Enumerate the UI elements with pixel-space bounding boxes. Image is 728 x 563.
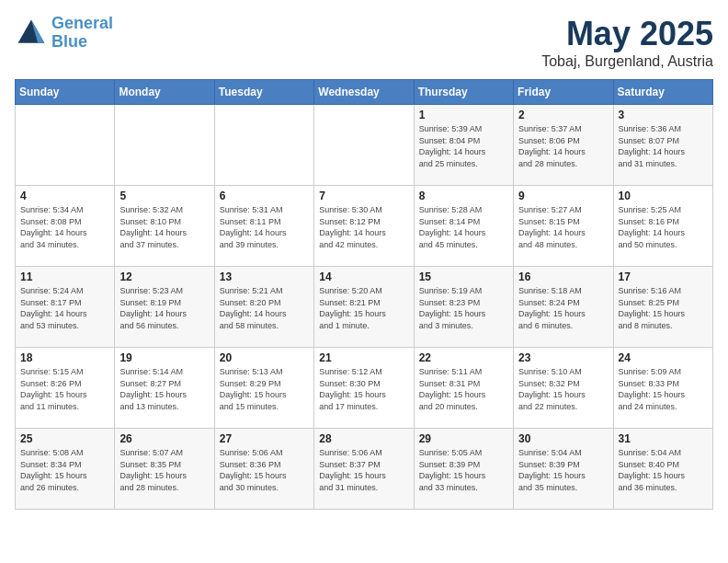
day-number: 16 [518,270,608,283]
logo-text: General Blue [51,15,113,52]
day-info: Sunrise: 5:06 AM Sunset: 8:36 PM Dayligh… [220,447,309,493]
weekday-header-wednesday: Wednesday [314,80,414,105]
calendar-cell: 31Sunrise: 5:04 AM Sunset: 8:40 PM Dayli… [613,429,712,510]
day-number: 18 [20,351,109,364]
weekday-header-row: SundayMondayTuesdayWednesdayThursdayFrid… [16,80,713,105]
day-number: 9 [518,190,608,202]
calendar-subtitle: Tobaj, Burgenland, Austria [541,53,713,70]
weekday-header-saturday: Saturday [613,80,712,105]
day-info: Sunrise: 5:34 AM Sunset: 8:08 PM Dayligh… [20,204,109,250]
calendar-cell: 15Sunrise: 5:19 AM Sunset: 8:23 PM Dayli… [414,267,513,348]
week-row-5: 25Sunrise: 5:08 AM Sunset: 8:34 PM Dayli… [16,429,713,510]
calendar-cell: 11Sunrise: 5:24 AM Sunset: 8:17 PM Dayli… [16,267,115,348]
calendar-cell: 14Sunrise: 5:20 AM Sunset: 8:21 PM Dayli… [314,267,414,348]
day-number: 3 [619,109,708,121]
day-info: Sunrise: 5:27 AM Sunset: 8:15 PM Dayligh… [518,204,608,250]
day-number: 14 [319,270,408,283]
weekday-header-friday: Friday [514,80,613,105]
calendar-cell: 12Sunrise: 5:23 AM Sunset: 8:19 PM Dayli… [115,267,214,348]
day-number: 21 [319,351,408,364]
day-info: Sunrise: 5:09 AM Sunset: 8:33 PM Dayligh… [619,366,708,412]
week-row-2: 4Sunrise: 5:34 AM Sunset: 8:08 PM Daylig… [16,186,713,267]
day-info: Sunrise: 5:18 AM Sunset: 8:24 PM Dayligh… [518,285,608,331]
day-number: 11 [20,270,109,283]
day-info: Sunrise: 5:25 AM Sunset: 8:16 PM Dayligh… [619,204,708,250]
day-info: Sunrise: 5:39 AM Sunset: 8:04 PM Dayligh… [419,123,508,169]
logo-icon [15,17,48,50]
calendar-cell: 23Sunrise: 5:10 AM Sunset: 8:32 PM Dayli… [514,348,613,429]
calendar-cell: 6Sunrise: 5:31 AM Sunset: 8:11 PM Daylig… [214,186,313,267]
day-info: Sunrise: 5:08 AM Sunset: 8:34 PM Dayligh… [20,447,109,493]
calendar-cell: 4Sunrise: 5:34 AM Sunset: 8:08 PM Daylig… [16,186,115,267]
day-number: 24 [619,351,708,364]
calendar-cell: 25Sunrise: 5:08 AM Sunset: 8:34 PM Dayli… [16,429,115,510]
day-number: 10 [619,190,708,202]
calendar-cell: 7Sunrise: 5:30 AM Sunset: 8:12 PM Daylig… [314,186,414,267]
day-info: Sunrise: 5:07 AM Sunset: 8:35 PM Dayligh… [119,447,209,493]
day-info: Sunrise: 5:06 AM Sunset: 8:37 PM Dayligh… [319,447,408,493]
calendar-cell: 1Sunrise: 5:39 AM Sunset: 8:04 PM Daylig… [414,105,513,186]
calendar-title: May 2025 [541,15,713,53]
title-block: May 2025 Tobaj, Burgenland, Austria [541,15,713,70]
day-info: Sunrise: 5:05 AM Sunset: 8:39 PM Dayligh… [419,447,508,493]
weekday-header-monday: Monday [115,80,214,105]
day-info: Sunrise: 5:28 AM Sunset: 8:14 PM Dayligh… [419,204,508,250]
calendar-cell: 8Sunrise: 5:28 AM Sunset: 8:14 PM Daylig… [414,186,513,267]
day-number: 13 [220,270,309,283]
day-number: 23 [518,351,608,364]
day-number: 15 [419,270,508,283]
calendar-table: SundayMondayTuesdayWednesdayThursdayFrid… [15,79,713,510]
calendar-cell: 17Sunrise: 5:16 AM Sunset: 8:25 PM Dayli… [613,267,712,348]
day-info: Sunrise: 5:31 AM Sunset: 8:11 PM Dayligh… [220,204,309,250]
calendar-cell [314,105,414,186]
calendar-cell: 26Sunrise: 5:07 AM Sunset: 8:35 PM Dayli… [115,429,214,510]
day-info: Sunrise: 5:10 AM Sunset: 8:32 PM Dayligh… [518,366,608,412]
day-info: Sunrise: 5:32 AM Sunset: 8:10 PM Dayligh… [119,204,209,250]
day-number: 17 [619,270,708,283]
day-number: 1 [419,109,508,121]
day-info: Sunrise: 5:24 AM Sunset: 8:17 PM Dayligh… [20,285,109,331]
calendar-cell: 3Sunrise: 5:36 AM Sunset: 8:07 PM Daylig… [613,105,712,186]
week-row-1: 1Sunrise: 5:39 AM Sunset: 8:04 PM Daylig… [16,105,713,186]
day-number: 27 [220,432,309,445]
day-number: 4 [20,190,109,202]
day-number: 31 [619,432,708,445]
calendar-cell [16,105,115,186]
day-number: 19 [119,351,209,364]
calendar-cell: 20Sunrise: 5:13 AM Sunset: 8:29 PM Dayli… [214,348,313,429]
weekday-header-tuesday: Tuesday [214,80,313,105]
day-info: Sunrise: 5:04 AM Sunset: 8:39 PM Dayligh… [518,447,608,493]
day-info: Sunrise: 5:13 AM Sunset: 8:29 PM Dayligh… [220,366,309,412]
header: General Blue May 2025 Tobaj, Burgenland,… [15,15,713,70]
day-number: 20 [220,351,309,364]
calendar-cell: 18Sunrise: 5:15 AM Sunset: 8:26 PM Dayli… [16,348,115,429]
day-number: 7 [319,190,408,202]
weekday-header-sunday: Sunday [16,80,115,105]
day-number: 22 [419,351,508,364]
calendar-cell: 9Sunrise: 5:27 AM Sunset: 8:15 PM Daylig… [514,186,613,267]
calendar-cell: 10Sunrise: 5:25 AM Sunset: 8:16 PM Dayli… [613,186,712,267]
calendar-cell: 24Sunrise: 5:09 AM Sunset: 8:33 PM Dayli… [613,348,712,429]
day-info: Sunrise: 5:11 AM Sunset: 8:31 PM Dayligh… [419,366,508,412]
calendar-cell: 22Sunrise: 5:11 AM Sunset: 8:31 PM Dayli… [414,348,513,429]
day-info: Sunrise: 5:14 AM Sunset: 8:27 PM Dayligh… [119,366,209,412]
calendar-cell: 19Sunrise: 5:14 AM Sunset: 8:27 PM Dayli… [115,348,214,429]
calendar-cell: 5Sunrise: 5:32 AM Sunset: 8:10 PM Daylig… [115,186,214,267]
day-info: Sunrise: 5:30 AM Sunset: 8:12 PM Dayligh… [319,204,408,250]
calendar-cell: 2Sunrise: 5:37 AM Sunset: 8:06 PM Daylig… [514,105,613,186]
day-number: 25 [20,432,109,445]
calendar-cell: 13Sunrise: 5:21 AM Sunset: 8:20 PM Dayli… [214,267,313,348]
calendar-cell: 21Sunrise: 5:12 AM Sunset: 8:30 PM Dayli… [314,348,414,429]
day-number: 26 [119,432,209,445]
day-info: Sunrise: 5:36 AM Sunset: 8:07 PM Dayligh… [619,123,708,169]
week-row-4: 18Sunrise: 5:15 AM Sunset: 8:26 PM Dayli… [16,348,713,429]
day-info: Sunrise: 5:15 AM Sunset: 8:26 PM Dayligh… [20,366,109,412]
day-number: 28 [319,432,408,445]
day-number: 12 [119,270,209,283]
day-info: Sunrise: 5:21 AM Sunset: 8:20 PM Dayligh… [220,285,309,331]
calendar-cell [115,105,214,186]
day-info: Sunrise: 5:16 AM Sunset: 8:25 PM Dayligh… [619,285,708,331]
week-row-3: 11Sunrise: 5:24 AM Sunset: 8:17 PM Dayli… [16,267,713,348]
day-number: 5 [119,190,209,202]
day-info: Sunrise: 5:12 AM Sunset: 8:30 PM Dayligh… [319,366,408,412]
